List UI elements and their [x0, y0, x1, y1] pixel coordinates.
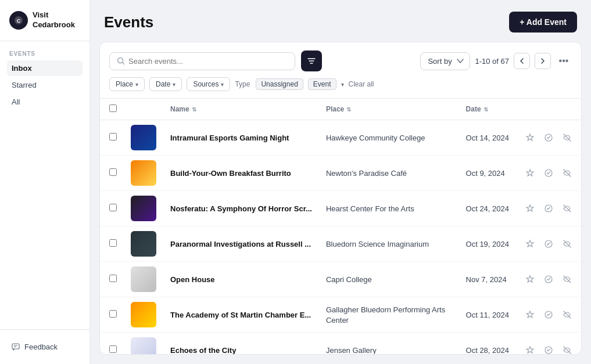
select-all-checkbox[interactable]	[109, 104, 117, 112]
approve-button[interactable]	[542, 343, 556, 354]
name-cell: Open House	[163, 262, 319, 297]
hide-button[interactable]	[560, 343, 574, 354]
star-button[interactable]	[523, 237, 537, 251]
feedback-button[interactable]: Feedback	[7, 339, 83, 355]
approve-button[interactable]	[542, 308, 556, 322]
event-name: Nosferatu: A Symphony Of Horror Scr...	[170, 204, 312, 213]
hide-button[interactable]	[560, 131, 574, 145]
chevron-down-icon: ▾	[173, 81, 175, 88]
event-name: Build-Your-Own Breakfast Burrito	[170, 169, 291, 178]
row-checkbox[interactable]	[109, 168, 117, 176]
add-event-button[interactable]: + Add Event	[509, 12, 577, 33]
row-checkbox[interactable]	[109, 133, 117, 140]
table-row: Intramural Esports Gaming Night Hawkeye …	[100, 120, 581, 156]
row-check-cell	[100, 156, 124, 191]
hide-button[interactable]	[560, 166, 574, 180]
check-circle-icon	[544, 168, 553, 178]
star-button[interactable]	[523, 166, 537, 180]
page-title: Events	[104, 13, 153, 31]
event-date: Oct 19, 2024	[466, 240, 509, 248]
event-date: Oct 9, 2024	[466, 169, 505, 178]
star-button[interactable]	[523, 308, 537, 322]
eye-off-icon	[563, 239, 572, 248]
thumb-cell	[124, 120, 163, 156]
actions-cell	[516, 262, 581, 297]
name-cell: Echoes of the City	[163, 333, 319, 355]
check-circle-icon	[544, 133, 553, 142]
name-cell: Build-Your-Own Breakfast Burrito	[163, 156, 319, 191]
date-col-header[interactable]: Date ⇅	[459, 99, 516, 120]
star-button[interactable]	[523, 201, 537, 215]
approve-button[interactable]	[542, 201, 556, 215]
star-button[interactable]	[523, 343, 537, 354]
hide-button[interactable]	[560, 237, 574, 251]
thumb-cell	[124, 191, 163, 226]
place-cell: Bluedorn Science Imaginarium	[319, 226, 459, 262]
table-row: Open House Capri College Nov 7, 2024	[100, 262, 581, 297]
place-col-header[interactable]: Place ⇅	[319, 99, 459, 120]
event-date: Nov 7, 2024	[466, 275, 507, 284]
starred-label: Starred	[12, 81, 37, 89]
feedback-label: Feedback	[24, 343, 58, 351]
date-cell: Oct 11, 2024	[459, 297, 516, 333]
place-filter[interactable]: Place ▾	[109, 77, 145, 91]
event-thumbnail	[131, 231, 156, 257]
event-badge[interactable]: Event	[308, 78, 336, 90]
thumb-cell	[124, 297, 163, 333]
sidebar-item-inbox[interactable]: Inbox	[7, 60, 83, 76]
clear-all-button[interactable]: Clear all	[349, 80, 374, 88]
type-label: Type	[235, 80, 250, 88]
row-checkbox[interactable]	[109, 345, 117, 353]
hide-button[interactable]	[560, 308, 574, 322]
approve-button[interactable]	[542, 272, 556, 286]
svg-text:C: C	[17, 18, 21, 24]
hide-button[interactable]	[560, 201, 574, 215]
eye-off-icon	[563, 133, 572, 142]
sources-filter[interactable]: Sources ▾	[187, 77, 230, 91]
action-icons-group	[523, 131, 574, 145]
logo-icon: C	[9, 11, 28, 30]
row-checkbox[interactable]	[109, 239, 117, 247]
check-circle-icon	[544, 275, 553, 284]
sidebar-item-starred[interactable]: Starred	[7, 77, 83, 93]
name-col-header[interactable]: Name ⇅	[163, 99, 319, 120]
row-checkbox[interactable]	[109, 204, 117, 211]
eye-off-icon	[563, 275, 572, 284]
event-place: Capri College	[326, 275, 372, 284]
place-cell: Hawkeye Community College	[319, 120, 459, 156]
actions-cell	[516, 333, 581, 355]
search-wrapper[interactable]	[109, 52, 295, 70]
search-input[interactable]	[128, 57, 288, 66]
sidebar-item-all[interactable]: All	[7, 94, 83, 110]
event-name: Open House	[170, 275, 215, 284]
approve-button[interactable]	[542, 237, 556, 251]
place-cell: Capri College	[319, 262, 459, 297]
event-name: Echoes of the City	[170, 346, 236, 354]
star-icon	[525, 275, 535, 284]
pagination-next-button[interactable]	[535, 53, 551, 69]
actions-cell	[516, 120, 581, 156]
row-checkbox[interactable]	[109, 275, 117, 282]
event-thumbnail	[131, 125, 156, 150]
action-icons-group	[523, 201, 574, 215]
pagination-prev-button[interactable]	[514, 53, 530, 69]
sort-select[interactable]: Sort by	[420, 52, 470, 70]
more-options-button[interactable]: •••	[556, 53, 572, 69]
app-name: Visit Cedarbrook	[33, 10, 75, 30]
filter-toggle-button[interactable]	[301, 51, 322, 71]
event-thumbnail	[131, 160, 156, 186]
hide-button[interactable]	[560, 272, 574, 286]
star-button[interactable]	[523, 272, 537, 286]
unassigned-badge[interactable]: Unassigned	[256, 78, 303, 90]
filters-row: Place ▾ Date ▾ Sources ▾ Type Unassigned…	[109, 77, 572, 98]
type-filter-group: Type Unassigned Event ▾	[235, 78, 343, 90]
star-button[interactable]	[523, 131, 537, 145]
place-cell: Jensen Gallery	[319, 333, 459, 355]
check-circle-icon	[544, 310, 553, 319]
row-checkbox[interactable]	[109, 310, 117, 318]
date-filter[interactable]: Date ▾	[149, 77, 182, 91]
approve-button[interactable]	[542, 166, 556, 180]
approve-button[interactable]	[542, 131, 556, 145]
event-place: Bluedorn Science Imaginarium	[326, 240, 429, 248]
event-name: Paranormal Investigations at Russell ...	[170, 240, 311, 248]
